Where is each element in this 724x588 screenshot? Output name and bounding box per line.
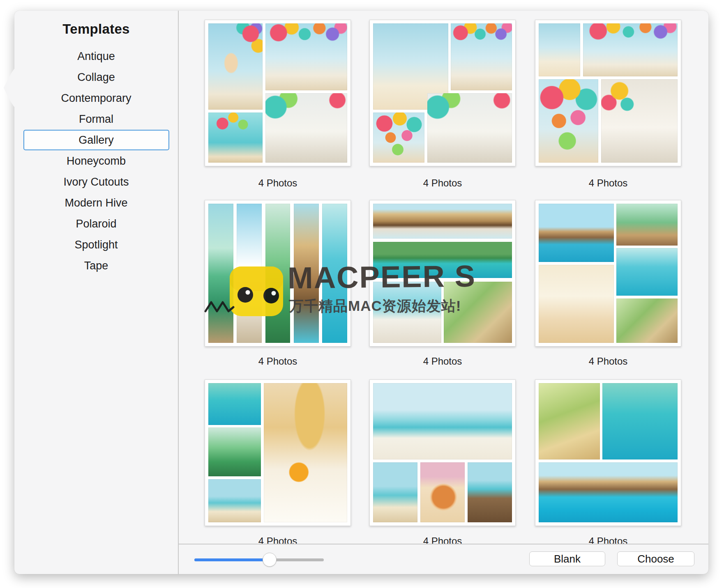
popover-arrow [3,68,15,108]
sidebar-item-label: Gallery [78,134,114,147]
sidebar-divider [178,11,179,574]
sidebar-item-contemporary[interactable]: Contemporary [14,88,178,109]
collage-cell [265,23,347,90]
collage-cell [373,113,424,163]
collage-cell [208,479,261,522]
collage-cell [539,23,580,76]
sidebar-item-label: Honeycomb [67,155,126,168]
template-tile-9[interactable] [535,379,681,526]
collage-cell [539,79,598,163]
collage-cell [373,204,512,239]
choose-button[interactable]: Choose [617,551,694,566]
collage-cell [539,265,614,343]
sidebar-item-gallery[interactable]: Gallery [14,130,178,151]
collage-cell [373,383,512,459]
template-tile-5[interactable] [369,200,516,347]
collage-cell [444,282,512,343]
collage-cell [265,204,291,343]
collage-cell [265,93,347,163]
sidebar-item-label: Modern Hive [65,197,127,209]
tile-photo-count-label: 4 Photos [535,535,681,547]
sidebar-title: Templates [14,21,178,37]
sidebar-item-formal[interactable]: Formal [14,109,178,130]
sidebar-item-ivory-cutouts[interactable]: Ivory Cutouts [14,172,178,193]
collage-cell [601,79,678,163]
sidebar-item-honeycomb[interactable]: Honeycomb [14,151,178,172]
collage-preview [539,383,678,522]
sidebar-item-label: Collage [77,71,115,84]
tile-photo-count-label: 4 Photos [535,177,681,189]
footer-divider [179,544,708,544]
sidebar-item-label: Spotlight [74,239,118,251]
collage-cell [373,462,417,522]
blank-button[interactable]: Blank [529,551,605,566]
collage-cell [208,23,263,110]
sidebar-item-collage[interactable]: Collage [14,67,178,88]
collage-cell [616,248,678,295]
template-tile-8[interactable] [369,379,516,526]
collage-cell [539,383,600,459]
slider-fill [194,558,270,561]
zoom-slider[interactable] [194,553,324,567]
sidebar-item-polaroid[interactable]: Polaroid [14,214,178,234]
collage-cell [208,383,261,425]
collage-cell [427,93,512,163]
sidebar-item-spotlight[interactable]: Spotlight [14,234,178,255]
template-chooser-popover: Templates AntiqueCollageContemporaryForm… [14,11,708,574]
collage-preview [373,204,512,343]
collage-cell [237,204,262,343]
collage-cell [616,299,678,343]
collage-preview [373,383,512,522]
template-tile-1[interactable] [205,20,351,166]
collage-cell [539,204,614,262]
tile-photo-count-label: 4 Photos [205,356,351,367]
collage-cell [420,462,465,522]
collage-cell [373,282,441,343]
collage-cell [208,427,261,476]
sidebar-item-label: Contemporary [61,92,131,105]
sidebar-item-label: Antique [77,50,115,63]
collage-cell [539,462,678,522]
tile-photo-count-label: 4 Photos [535,356,681,367]
template-category-list: AntiqueCollageContemporaryFormalGalleryH… [14,46,178,276]
tile-photo-count-label: 4 Photos [369,177,516,189]
collage-cell [264,383,347,522]
collage-cell [451,23,512,90]
template-tile-7[interactable] [205,379,351,526]
collage-cell [468,462,512,522]
collage-cell [373,242,512,278]
collage-preview [208,23,347,163]
collage-preview [373,23,512,163]
slider-thumb[interactable] [263,553,277,567]
sidebar-item-antique[interactable]: Antique [14,46,178,67]
sidebar-item-label: Tape [84,260,108,272]
collage-preview [208,204,347,343]
template-tile-4[interactable] [205,200,351,347]
tile-photo-count-label: 4 Photos [205,177,351,189]
collage-cell [602,383,678,459]
collage-cell [616,204,678,246]
template-tile-3[interactable] [535,20,681,166]
sidebar-item-label: Polaroid [76,218,116,230]
sidebar-item-tape[interactable]: Tape [14,255,178,276]
collage-preview [208,383,347,522]
collage-cell [322,204,347,343]
collage-preview [539,204,678,343]
collage-preview [539,23,678,163]
sidebar-item-modern-hive[interactable]: Modern Hive [14,193,178,214]
collage-cell [208,113,263,163]
collage-cell [583,23,678,76]
tile-photo-count-label: 4 Photos [205,535,351,547]
template-tile-2[interactable] [369,20,516,166]
collage-cell [208,204,233,343]
template-tile-6[interactable] [535,200,681,347]
tile-photo-count-label: 4 Photos [369,356,516,367]
sidebar-item-label: Formal [79,113,113,126]
collage-cell [294,204,319,343]
templates-sidebar: Templates AntiqueCollageContemporaryForm… [14,11,178,574]
tile-photo-count-label: 4 Photos [369,535,516,547]
sidebar-item-label: Ivory Cutouts [63,176,129,188]
